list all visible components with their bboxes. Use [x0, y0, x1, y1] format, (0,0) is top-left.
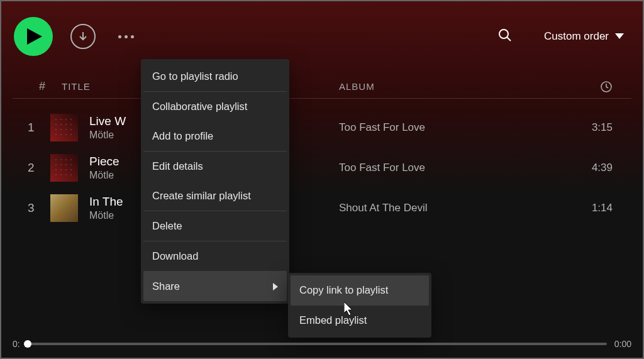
playback-total-time: 0:00	[614, 339, 631, 349]
menu-item-share[interactable]: Share	[143, 272, 287, 301]
menu-item-playlist-radio[interactable]: Go to playlist radio	[143, 62, 287, 91]
playback-bar: 0: 0:00	[13, 339, 631, 349]
column-header-number: #	[39, 80, 62, 93]
track-number: 1	[28, 121, 50, 135]
play-button[interactable]	[14, 17, 53, 56]
clock-icon	[600, 80, 613, 93]
menu-item-label: Share	[152, 280, 180, 292]
playback-thumb[interactable]	[24, 340, 31, 348]
submenu-item-embed[interactable]: Embed playlist	[291, 306, 429, 335]
playback-current-time: 0:	[13, 339, 20, 349]
download-button[interactable]	[70, 24, 96, 49]
track-row[interactable]: 2 Piece Mötle Too Fast For Love 4:39	[13, 148, 631, 188]
track-number: 2	[28, 161, 50, 175]
toolbar: Custom order	[1, 1, 643, 69]
submenu-item-copy-link[interactable]: Copy link to playlist	[291, 275, 429, 305]
menu-item-delete[interactable]: Delete	[143, 211, 287, 241]
dot-icon	[118, 35, 121, 38]
more-options-button[interactable]	[113, 30, 139, 43]
svg-line-3	[507, 37, 511, 41]
menu-item-edit-details[interactable]: Edit details	[143, 152, 287, 181]
menu-item-add-to-profile[interactable]: Add to profile	[143, 121, 287, 151]
search-button[interactable]	[497, 28, 513, 45]
sort-dropdown[interactable]: Custom order	[544, 30, 624, 43]
search-icon	[497, 28, 513, 43]
album-art	[50, 154, 78, 182]
context-menu: Go to playlist radio Collaborative playl…	[141, 59, 289, 304]
track-album: Too Fast For Love	[339, 162, 562, 174]
track-row[interactable]: 3 In The Mötle Shout At The Devil 1:14	[13, 188, 631, 228]
svg-marker-6	[273, 283, 278, 290]
svg-marker-0	[27, 28, 42, 45]
chevron-down-icon	[615, 33, 624, 40]
play-icon	[27, 28, 42, 45]
chevron-right-icon	[273, 283, 278, 290]
download-icon	[77, 31, 89, 42]
track-list: 1 Live W Mötle Too Fast For Love 3:15 2 …	[1, 99, 643, 228]
album-art	[50, 114, 78, 141]
svg-point-2	[499, 30, 508, 38]
playback-progress[interactable]	[28, 343, 607, 345]
track-duration: 1:14	[562, 202, 613, 214]
column-header-album: ALBUM	[339, 81, 562, 92]
track-row[interactable]: 1 Live W Mötle Too Fast For Love 3:15	[13, 108, 631, 148]
menu-item-collaborative[interactable]: Collaborative playlist	[143, 92, 287, 121]
track-number: 3	[28, 201, 50, 215]
album-art	[50, 194, 78, 222]
sort-label: Custom order	[544, 30, 609, 43]
dot-icon	[131, 35, 134, 38]
track-duration: 3:15	[562, 121, 613, 134]
svg-marker-4	[615, 33, 624, 39]
share-submenu: Copy link to playlist Embed playlist	[288, 273, 431, 338]
track-album: Too Fast For Love	[339, 121, 562, 134]
menu-item-create-similar[interactable]: Create similar playlist	[143, 181, 287, 211]
dot-icon	[125, 35, 128, 38]
track-album: Shout At The Devil	[339, 202, 562, 214]
track-duration: 4:39	[562, 162, 613, 174]
column-header-row: # TITLE ALBUM	[13, 75, 631, 99]
column-header-duration	[562, 80, 613, 93]
menu-item-download[interactable]: Download	[143, 241, 287, 271]
